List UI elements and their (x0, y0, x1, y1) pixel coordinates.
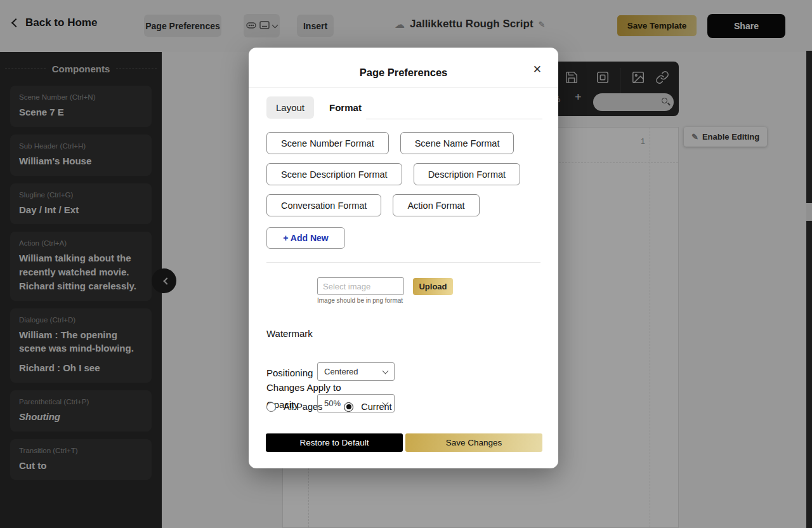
add-new-format-button[interactable]: + Add New (266, 227, 345, 249)
scene-description-format-button[interactable]: Scene Description Format (266, 163, 402, 185)
positioning-label: Positioning (266, 367, 313, 378)
tab-layout[interactable]: Layout (266, 96, 314, 119)
modal-footer: Restore to Default Save Changes (266, 433, 542, 452)
apply-to-radio-group: All Pages Current (266, 402, 392, 412)
tab-format[interactable]: Format (329, 102, 362, 113)
positioning-select[interactable]: Centered (317, 362, 395, 381)
watermark-label: Watermark (266, 328, 313, 339)
format-row: Scene Number Format Scene Name Format (266, 132, 540, 154)
action-format-button[interactable]: Action Format (393, 194, 479, 216)
tab-underline (366, 119, 542, 119)
modal-section-divider (266, 262, 540, 263)
modal-title: Page Preferences (249, 67, 558, 79)
current-label: Current (361, 402, 391, 412)
format-row: Conversation Format Action Format (266, 194, 540, 216)
radio-current[interactable]: Current (344, 402, 391, 412)
radio-all-pages[interactable]: All Pages (266, 402, 322, 412)
watermark-file-input[interactable] (317, 277, 404, 295)
close-icon[interactable]: ✕ (533, 64, 542, 75)
conversation-format-button[interactable]: Conversation Format (266, 194, 381, 216)
app-root: Back to Home Page Preferences Insert ☁ J… (0, 0, 812, 528)
all-pages-label: All Pages (284, 402, 322, 412)
page-preferences-modal: Page Preferences ✕ Layout Format Scene N… (249, 48, 558, 468)
save-changes-button[interactable]: Save Changes (405, 433, 542, 452)
scene-number-format-button[interactable]: Scene Number Format (266, 132, 389, 154)
chevron-down-icon (383, 367, 389, 374)
radio-unchecked-icon (266, 402, 276, 412)
changes-apply-label: Changes Apply to (266, 382, 341, 393)
modal-header-divider (249, 87, 558, 88)
format-row: Scene Description Format Description For… (266, 163, 540, 185)
upload-button[interactable]: Upload (413, 278, 453, 295)
radio-checked-icon (344, 402, 353, 412)
modal-tabs: Layout Format (266, 95, 362, 119)
restore-default-button[interactable]: Restore to Default (266, 433, 403, 452)
format-button-grid: Scene Number Format Scene Name Format Sc… (266, 132, 540, 216)
description-format-button[interactable]: Description Format (414, 163, 520, 185)
positioning-value: Centered (324, 367, 358, 376)
watermark-hint: Image should be in png format (317, 297, 403, 304)
scene-name-format-button[interactable]: Scene Name Format (400, 132, 514, 154)
